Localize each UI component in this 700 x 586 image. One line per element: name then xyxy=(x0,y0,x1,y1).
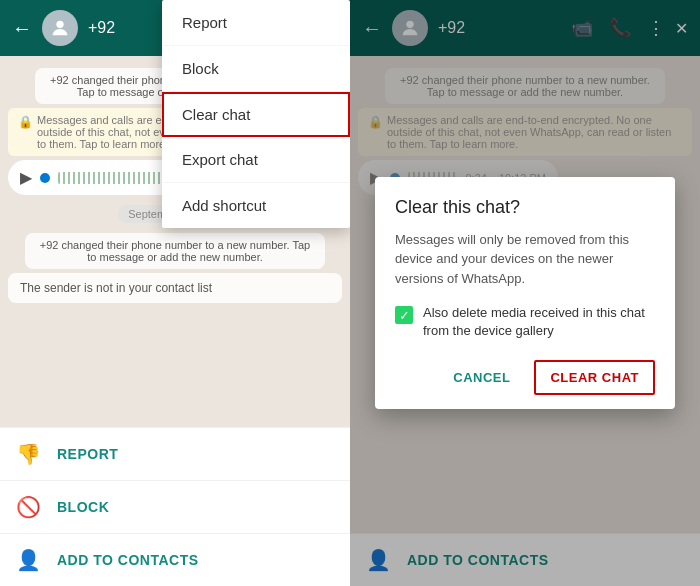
lock-icon-left: 🔒 xyxy=(18,115,33,129)
delete-media-checkbox[interactable]: ✓ xyxy=(395,306,413,324)
block-action[interactable]: 🚫 BLOCK xyxy=(0,480,350,533)
dropdown-menu: Report Block Clear chat Export chat Add … xyxy=(162,0,350,228)
waveform-left xyxy=(58,172,167,184)
add-contact-label-left: ADD TO CONTACTS xyxy=(57,552,199,568)
block-icon: 🚫 xyxy=(16,495,41,519)
dropdown-add-shortcut[interactable]: Add shortcut xyxy=(162,183,350,228)
sender-not-contact-left: The sender is not in your contact list xyxy=(8,273,342,303)
avatar-left xyxy=(42,10,78,46)
system-msg2-left: +92 changed their phone number to a new … xyxy=(25,233,325,269)
dropdown-report[interactable]: Report xyxy=(162,0,350,46)
report-action[interactable]: 👎 REPORT xyxy=(0,427,350,480)
checkbox-label: Also delete media received in this chat … xyxy=(423,304,655,340)
checkmark-icon: ✓ xyxy=(399,308,410,323)
play-icon-left[interactable]: ▶ xyxy=(20,168,32,187)
dialog-actions: CANCEL CLEAR CHAT xyxy=(395,360,655,395)
dialog-body: Messages will only be removed from this … xyxy=(395,230,655,289)
dialog-overlay: Clear this chat? Messages will only be r… xyxy=(350,0,700,586)
block-label: BLOCK xyxy=(57,499,109,515)
svg-point-0 xyxy=(56,21,63,28)
report-icon: 👎 xyxy=(16,442,41,466)
clear-chat-button[interactable]: CLEAR CHAT xyxy=(534,360,655,395)
voice-dot-left xyxy=(40,173,50,183)
bottom-actions-left: 👎 REPORT 🚫 BLOCK 👤 ADD TO CONTACTS xyxy=(0,427,350,586)
dialog-title: Clear this chat? xyxy=(395,197,655,218)
dropdown-export-chat[interactable]: Export chat xyxy=(162,137,350,183)
report-label: REPORT xyxy=(57,446,118,462)
add-to-contacts-action-left[interactable]: 👤 ADD TO CONTACTS xyxy=(0,533,350,586)
right-panel: ← +92 📹 📞 ⋮ ✕ +92 changed their phone nu… xyxy=(350,0,700,586)
cancel-button[interactable]: CANCEL xyxy=(437,360,526,395)
add-contact-icon-left: 👤 xyxy=(16,548,41,572)
dropdown-clear-chat[interactable]: Clear chat xyxy=(162,92,350,137)
left-panel: ← +92 ⋮ +92 changed their phone number t… xyxy=(0,0,350,586)
dropdown-block[interactable]: Block xyxy=(162,46,350,92)
dialog-checkbox-row: ✓ Also delete media received in this cha… xyxy=(395,304,655,340)
back-button-left[interactable]: ← xyxy=(12,17,32,40)
clear-chat-dialog: Clear this chat? Messages will only be r… xyxy=(375,177,675,410)
